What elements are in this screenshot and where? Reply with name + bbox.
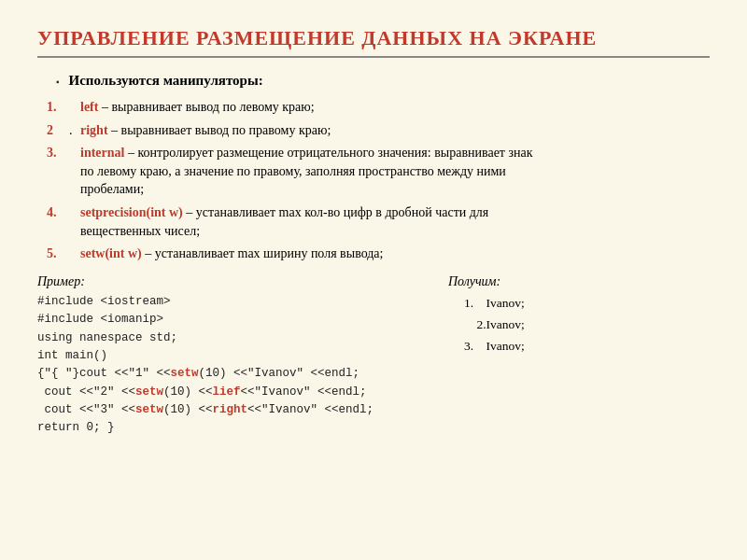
code-line: cout <<"3" <<setw(10) <<right<<"Ivanov" … <box>37 401 430 419</box>
code-line: {"{ "}cout <<"1" <<setw(10) <<"Ivanov" <… <box>37 365 430 383</box>
list-num-4: 4. <box>47 203 65 222</box>
list-item: 4. setprecision(int w) – устанавливает m… <box>47 203 710 240</box>
result-label: Получим: <box>448 274 710 289</box>
subtitle-text: Используются манипуляторы: <box>69 73 263 89</box>
example-column: Пример: #include <iostream> #include <io… <box>37 274 430 438</box>
code-line: #include <iomanip> <box>37 311 430 329</box>
example-label: Пример: <box>37 274 430 289</box>
result-line: 1. Ivanov; <box>448 293 710 315</box>
keyword-setw: setw(int w) <box>80 246 142 260</box>
subtitle-row: ▪ Используются манипуляторы: <box>56 73 710 89</box>
list-text-2: right – выравнивает вывод по правому кра… <box>80 121 710 140</box>
slide: УПРАВЛЕНИЕ РАЗМЕЩЕНИЕ ДАННЫХ НА ЭКРАНЕ ▪… <box>0 0 747 560</box>
code-line: cout <<"2" <<setw(10) <<lief<<"Ivanov" <… <box>37 384 430 401</box>
list-num-5: 5. <box>47 245 65 263</box>
keyword-setprecision: setprecision(int w) <box>80 205 183 219</box>
code-block: #include <iostream> #include <iomanip> u… <box>37 293 430 438</box>
keyword-right: right <box>80 123 108 137</box>
list-num-2: 2 <box>47 121 65 140</box>
list-num-1: 1. <box>47 98 65 117</box>
code-line: int main() <box>37 347 430 365</box>
keyword-left: left <box>80 100 98 114</box>
slide-title: УПРАВЛЕНИЕ РАЗМЕЩЕНИЕ ДАННЫХ НА ЭКРАНЕ <box>37 26 710 58</box>
code-line: #include <iostream> <box>37 293 430 311</box>
list-item: 3. internal – контролирует размещение от… <box>47 144 710 199</box>
manipulators-list: 1. left – выравнивает вывод по левому кр… <box>47 98 710 263</box>
result-column: Получим: 1. Ivanov; 2.Ivanov; 3. Ivanov; <box>448 274 710 438</box>
keyword-internal: internal <box>80 146 124 160</box>
result-line: 3. Ivanov; <box>448 336 710 357</box>
result-block: 1. Ivanov; 2.Ivanov; 3. Ivanov; <box>448 293 710 357</box>
list-item: 1. left – выравнивает вывод по левому кр… <box>47 98 710 117</box>
list-text-1: left – выравнивает вывод по левому краю; <box>80 98 710 117</box>
code-line: return 0; } <box>37 419 430 437</box>
result-line: 2.Ivanov; <box>448 315 710 336</box>
list-text-5: setw(int w) – устанавливает max ширину п… <box>80 245 710 263</box>
subtitle-bullet: ▪ <box>56 77 60 87</box>
bottom-section: Пример: #include <iostream> #include <io… <box>37 274 710 438</box>
list-item: 5. setw(int w) – устанавливает max ширин… <box>47 245 710 263</box>
list-num-3: 3. <box>47 144 65 162</box>
list-item: 2 . right – выравнивает вывод по правому… <box>47 121 710 140</box>
list-text-4: setprecision(int w) – устанавливает max … <box>80 203 710 240</box>
code-line: using nanespace std; <box>37 329 430 347</box>
list-text-3: internal – контролирует размещение отриц… <box>80 144 710 199</box>
